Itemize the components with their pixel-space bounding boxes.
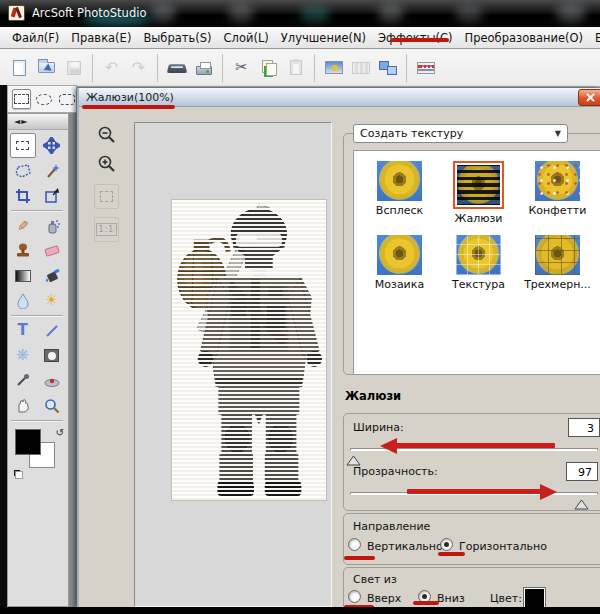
actual-size-button[interactable]: 1:1 bbox=[94, 217, 119, 242]
copy-button[interactable] bbox=[255, 54, 282, 81]
radio-light-up-label[interactable]: Вверх bbox=[367, 592, 401, 605]
menu-enhance[interactable]: Улучшение(N) bbox=[275, 28, 372, 48]
tool-brighten[interactable]: ☀ bbox=[39, 288, 65, 313]
texture-item-3d[interactable]: Трехмерн... bbox=[524, 235, 591, 291]
dialog-title: Жалюзи(100%) bbox=[86, 91, 174, 104]
magnifier-icon bbox=[44, 398, 60, 414]
palette-header[interactable]: ◄► bbox=[8, 114, 68, 130]
dropdown-value: Создать текстуру bbox=[360, 127, 463, 140]
paint-bucket-icon bbox=[44, 268, 60, 284]
menu-layer[interactable]: Слой(L) bbox=[218, 28, 275, 48]
menu-convert[interactable]: Преобразование(O) bbox=[459, 28, 590, 48]
width-value-box[interactable]: 3 bbox=[568, 418, 600, 437]
tool-airbrush[interactable] bbox=[39, 213, 65, 238]
gradient-icon bbox=[15, 270, 31, 282]
tool-magic-wand[interactable] bbox=[39, 158, 65, 183]
tool-paint-bucket[interactable] bbox=[39, 263, 65, 288]
width-label: Ширина: bbox=[353, 421, 404, 434]
print-button[interactable] bbox=[190, 54, 217, 81]
tool-zoom[interactable] bbox=[39, 393, 65, 418]
paste-button[interactable] bbox=[282, 54, 309, 81]
tool-line[interactable] bbox=[39, 318, 65, 343]
tool-crop[interactable] bbox=[10, 183, 36, 208]
menu-view[interactable]: Вид(V) bbox=[589, 28, 600, 48]
save-button[interactable] bbox=[60, 54, 87, 81]
radio-horizontal[interactable] bbox=[440, 538, 453, 551]
texture-label: Всплеск bbox=[376, 204, 423, 217]
toolbar-separator bbox=[92, 54, 93, 82]
tool-clone-stamp[interactable] bbox=[10, 238, 36, 263]
texture-thumb-mosaic bbox=[377, 235, 422, 275]
palette-divider bbox=[11, 315, 63, 316]
texture-item-mosaic[interactable]: Мозаика bbox=[375, 235, 424, 291]
palette-divider bbox=[11, 420, 63, 421]
fit-window-button[interactable] bbox=[94, 184, 119, 209]
default-colors-icon[interactable] bbox=[14, 470, 23, 479]
opacity-value-box[interactable]: 97 bbox=[566, 462, 598, 481]
tool-eyedropper[interactable] bbox=[10, 368, 36, 393]
tool-blur[interactable] bbox=[10, 288, 36, 313]
eyedropper-icon bbox=[15, 373, 30, 388]
radio-vertical-label[interactable]: Вертикально bbox=[367, 540, 443, 553]
undo-button[interactable]: ↶ bbox=[98, 54, 125, 81]
capture-button[interactable] bbox=[347, 54, 374, 81]
texture-category-dropdown[interactable]: Создать текстуру ▼ bbox=[353, 124, 568, 143]
ellipse-selection-icon bbox=[36, 94, 52, 105]
tool-eraser[interactable] bbox=[39, 238, 65, 263]
radio-light-down-label[interactable]: Вниз bbox=[437, 592, 465, 605]
tool-hand[interactable] bbox=[10, 393, 36, 418]
redo-button[interactable]: ↷ bbox=[125, 54, 152, 81]
lasso-icon bbox=[15, 164, 31, 178]
zoom-out-button[interactable] bbox=[94, 122, 119, 147]
radio-horizontal-label[interactable]: Горизонтально bbox=[459, 540, 547, 553]
annotation-arrow-left bbox=[380, 438, 555, 454]
texture-item-confetti[interactable]: Конфетти bbox=[529, 161, 587, 225]
acquire-button[interactable] bbox=[163, 54, 190, 81]
radio-light-up[interactable] bbox=[348, 590, 361, 603]
open-button[interactable] bbox=[33, 54, 60, 81]
ellipse-selection-option[interactable] bbox=[35, 89, 54, 109]
menu-file[interactable]: Файл(F) bbox=[6, 28, 65, 48]
tool-shape[interactable]: ❋ bbox=[10, 343, 36, 368]
tool-pencil[interactable]: ✎ bbox=[10, 213, 36, 238]
rounded-selection-icon bbox=[59, 94, 75, 105]
width-slider-thumb[interactable] bbox=[346, 451, 361, 462]
dialog-close-button[interactable] bbox=[578, 89, 600, 106]
glass-glow bbox=[150, 4, 176, 22]
tool-move[interactable] bbox=[39, 133, 65, 158]
texture-item-texture[interactable]: Текстура bbox=[452, 235, 505, 291]
main-toolbar: ↶ ↷ ✂ bbox=[0, 49, 600, 87]
arrange-button[interactable] bbox=[374, 54, 401, 81]
color-swatch[interactable] bbox=[524, 588, 545, 607]
menu-bar: Файл(F) Правка(E) Выбрать(S) Слой(L) Улу… bbox=[0, 27, 600, 49]
swap-colors-icon[interactable]: ↺ bbox=[56, 427, 64, 438]
tool-transform[interactable] bbox=[39, 183, 65, 208]
screenshot-bottom-edge bbox=[0, 607, 600, 614]
rect-selection-option[interactable] bbox=[12, 89, 31, 109]
tool-text[interactable]: T bbox=[10, 318, 36, 343]
opacity-slider-thumb[interactable] bbox=[574, 495, 589, 506]
shortcuts-button[interactable] bbox=[412, 54, 439, 81]
menu-edit[interactable]: Правка(E) bbox=[65, 28, 137, 48]
rounded-selection-option[interactable] bbox=[57, 89, 76, 109]
tool-gradient[interactable] bbox=[10, 263, 36, 288]
texture-item-splash[interactable]: Всплеск bbox=[376, 161, 423, 225]
new-document-button[interactable] bbox=[6, 54, 33, 81]
menu-select[interactable]: Выбрать(S) bbox=[137, 28, 217, 48]
texture-label: Конфетти bbox=[529, 204, 587, 217]
radio-vertical[interactable] bbox=[348, 538, 361, 551]
preview-area[interactable] bbox=[134, 122, 332, 607]
zoom-in-button[interactable] bbox=[94, 151, 119, 176]
cut-button[interactable]: ✂ bbox=[228, 54, 255, 81]
arrange-icon bbox=[379, 61, 397, 75]
tool-lasso[interactable] bbox=[10, 158, 36, 183]
tool-rect-select[interactable] bbox=[10, 133, 36, 158]
undo-icon: ↶ bbox=[105, 60, 118, 76]
tool-mask[interactable] bbox=[39, 343, 65, 368]
tool-ink[interactable] bbox=[39, 368, 65, 393]
stamp-icon bbox=[15, 243, 31, 258]
album-button[interactable] bbox=[320, 54, 347, 81]
foreground-color-swatch[interactable] bbox=[15, 429, 41, 455]
texture-item-blinds[interactable]: Жалюзи bbox=[453, 161, 504, 225]
eraser-icon bbox=[44, 245, 60, 257]
